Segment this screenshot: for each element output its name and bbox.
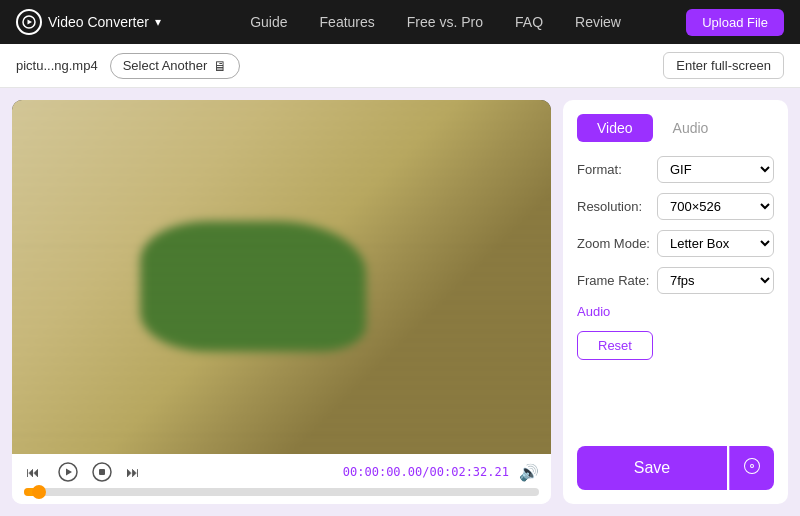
progress-fill (24, 488, 39, 496)
rewind-button[interactable]: ⏮ (24, 463, 46, 481)
nav-free-vs-pro[interactable]: Free vs. Pro (407, 14, 483, 30)
save-button[interactable]: Save (577, 446, 727, 490)
format-select[interactable]: GIF MP4 AVI MOV (657, 156, 774, 183)
select-another-button[interactable]: Select Another 🖥 (110, 53, 241, 79)
top-nav: Video Converter ▾ Guide Features Free vs… (0, 0, 800, 44)
video-controls: ⏮ ⏭ 00:00:00.00/00:02:32.21 🔊 (12, 454, 551, 504)
frame-rate-row: Frame Rate: 7fps 15fps 24fps 30fps (577, 267, 774, 294)
dropdown-arrow-icon: ▾ (155, 15, 161, 29)
nav-links: Guide Features Free vs. Pro FAQ Review (185, 14, 686, 30)
nav-guide[interactable]: Guide (250, 14, 287, 30)
logo: Video Converter ▾ (16, 9, 161, 35)
toolbar: pictu...ng.mp4 Select Another 🖥 Enter fu… (0, 44, 800, 88)
progress-bar[interactable] (24, 488, 539, 496)
zoom-mode-label: Zoom Mode: (577, 236, 657, 251)
save-row: Save (577, 446, 774, 490)
play-button[interactable] (56, 462, 80, 482)
reset-button[interactable]: Reset (577, 331, 653, 360)
zoom-mode-row: Zoom Mode: Letter Box Crop Stretch (577, 230, 774, 257)
zoom-mode-select[interactable]: Letter Box Crop Stretch (657, 230, 774, 257)
fast-forward-button[interactable]: ⏭ (124, 463, 146, 481)
resolution-row: Resolution: 700×526 1280×720 1920×1080 (577, 193, 774, 220)
logo-text: Video Converter (48, 14, 149, 30)
format-row: Format: GIF MP4 AVI MOV (577, 156, 774, 183)
settings-panel: Video Audio Format: GIF MP4 AVI MOV Reso… (563, 100, 788, 504)
svg-text:⏭: ⏭ (126, 464, 140, 480)
save-options-button[interactable] (729, 446, 774, 490)
format-label: Format: (577, 162, 657, 177)
time-display: 00:00:00.00/00:02:32.21 (343, 465, 509, 479)
frame-rate-label: Frame Rate: (577, 273, 657, 288)
video-thumbnail (12, 100, 551, 454)
svg-rect-6 (99, 469, 105, 475)
frame-rate-select[interactable]: 7fps 15fps 24fps 30fps (657, 267, 774, 294)
select-another-label: Select Another (123, 58, 208, 73)
svg-marker-1 (28, 20, 33, 25)
video-panel: ⏮ ⏭ 00:00:00.00/00:02:32.21 🔊 (12, 100, 551, 504)
stop-button[interactable] (90, 462, 114, 482)
progress-thumb (32, 485, 46, 499)
volume-icon[interactable]: 🔊 (519, 463, 539, 482)
tab-video[interactable]: Video (577, 114, 653, 142)
resolution-select[interactable]: 700×526 1280×720 1920×1080 (657, 193, 774, 220)
nav-faq[interactable]: FAQ (515, 14, 543, 30)
tab-audio[interactable]: Audio (653, 114, 729, 142)
main-content: ⏮ ⏭ 00:00:00.00/00:02:32.21 🔊 (0, 88, 800, 516)
time-separator: / (422, 465, 429, 479)
nav-features[interactable]: Features (320, 14, 375, 30)
audio-link[interactable]: Audio (577, 304, 774, 319)
video-display (12, 100, 551, 454)
monitor-icon: 🖥 (213, 58, 227, 74)
nav-review[interactable]: Review (575, 14, 621, 30)
resolution-label: Resolution: (577, 199, 657, 214)
fullscreen-button[interactable]: Enter full-screen (663, 52, 784, 79)
file-name: pictu...ng.mp4 (16, 58, 98, 73)
upload-file-button[interactable]: Upload File (686, 9, 784, 36)
svg-text:⏮: ⏮ (26, 464, 40, 480)
logo-icon (16, 9, 42, 35)
total-time: 00:02:32.21 (430, 465, 509, 479)
settings-tabs: Video Audio (577, 114, 774, 142)
settings-fields: Format: GIF MP4 AVI MOV Resolution: 700×… (577, 156, 774, 446)
current-time: 00:00:00.00 (343, 465, 422, 479)
svg-marker-4 (66, 469, 72, 476)
